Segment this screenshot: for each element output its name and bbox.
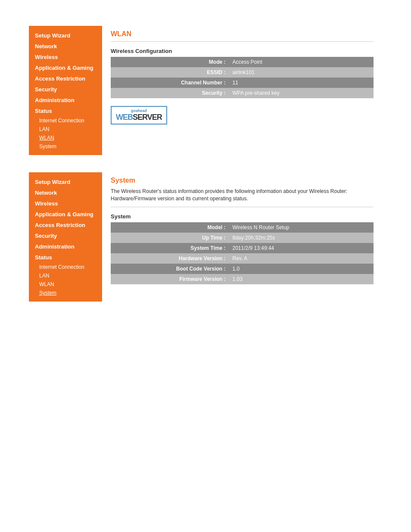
system-description: The Wireless Router's status information… — [111, 188, 374, 202]
table-row: Model : Wireless N Router Setup — [111, 222, 374, 233]
sidebar-item-setup-wizard[interactable]: Setup Wizard — [29, 30, 102, 41]
divider-wlan — [111, 41, 374, 42]
table-row: Hardware Version : Rev. A — [111, 253, 374, 264]
table-value-bootcode: 1.0 — [229, 264, 374, 274]
main-content-wlan: WLAN Wireless Configuration Mode : Acces… — [102, 26, 382, 155]
sidebar2-item-wireless[interactable]: Wireless — [29, 198, 102, 209]
page-title-wlan: WLAN — [111, 30, 374, 38]
table-value-channel: 11 — [229, 78, 374, 88]
wireless-config-table: Mode : Access Point ESSID : airlink101 C… — [111, 57, 374, 98]
sidebar2-item-security[interactable]: Security — [29, 230, 102, 241]
sidebar2-item-access-restriction[interactable]: Access Restriction — [29, 220, 102, 230]
table-label-essid: ESSID : — [111, 67, 229, 78]
table-row: Security : WPA pre-shared key — [111, 88, 374, 98]
table-label-systemtime: System Time : — [111, 243, 229, 253]
sidebar-item-security[interactable]: Security — [29, 84, 102, 95]
table-row: Boot Code Version : 1.0 — [111, 264, 374, 274]
table-value-security: WPA pre-shared key — [229, 88, 374, 98]
sidebar-item-administration[interactable]: Administration — [29, 95, 102, 106]
webserver-logo: goahead WEBSERVER — [111, 106, 167, 124]
table-row: ESSID : airlink101 — [111, 67, 374, 78]
sidebar2-item-app-gaming[interactable]: Application & Gaming — [29, 209, 102, 220]
page-title-system: System — [111, 177, 374, 184]
table-label-security: Security : — [111, 88, 229, 98]
webserver-brand: WEBSERVER — [116, 113, 162, 122]
table-label-bootcode: Boot Code Version : — [111, 264, 229, 274]
table-row: Firmware Version : 1.03 — [111, 274, 374, 284]
table-value-essid: airlink101 — [229, 67, 374, 78]
table-row: System Time : 2011/2/9 13:49:44 — [111, 243, 374, 253]
table-label-channel: Channel Number : — [111, 78, 229, 88]
panel-wlan: Setup Wizard Network Wireless Applicatio… — [29, 26, 382, 155]
sidebar2-sub-lan[interactable]: LAN — [29, 271, 102, 280]
sidebar-item-status: Status — [29, 106, 102, 116]
sidebar-item-app-gaming[interactable]: Application & Gaming — [29, 62, 102, 73]
sidebar2-sub-internet-connection[interactable]: Internet Connection — [29, 263, 102, 271]
sidebar-item-access-restriction[interactable]: Access Restriction — [29, 73, 102, 84]
table-value-firmware: 1.03 — [229, 274, 374, 284]
sidebar-sub-wlan[interactable]: WLAN — [29, 134, 102, 142]
sidebar-item-network[interactable]: Network — [29, 41, 102, 52]
section-label-system: System — [111, 213, 374, 220]
table-label-mode: Mode : — [111, 57, 229, 67]
sidebar-sub-system[interactable]: System — [29, 142, 102, 151]
table-value-uptime: 8day:20h:32m:25s — [229, 233, 374, 243]
web-text: WEB — [116, 113, 133, 121]
table-label-firmware: Firmware Version : — [111, 274, 229, 284]
table-label-model: Model : — [111, 222, 229, 233]
main-content-system: System The Wireless Router's status info… — [102, 172, 382, 302]
table-label-uptime: Up Time : — [111, 233, 229, 243]
server-text: SERVER — [133, 113, 162, 121]
sidebar2-sub-system[interactable]: System — [29, 289, 102, 297]
table-value-hwversion: Rev. A — [229, 253, 374, 264]
panel-system: Setup Wizard Network Wireless Applicatio… — [29, 172, 382, 302]
sidebar-sub-lan[interactable]: LAN — [29, 125, 102, 134]
section-label-wireless-config: Wireless Configuration — [111, 48, 374, 54]
sidebar2-item-setup-wizard[interactable]: Setup Wizard — [29, 177, 102, 187]
sidebar2-sub-wlan[interactable]: WLAN — [29, 280, 102, 289]
table-value-mode: Access Point — [229, 57, 374, 67]
sidebar2-item-status: Status — [29, 252, 102, 263]
table-value-systemtime: 2011/2/9 13:49:44 — [229, 243, 374, 253]
table-row: Channel Number : 11 — [111, 78, 374, 88]
sidebar2-item-administration[interactable]: Administration — [29, 241, 102, 252]
sidebar-item-wireless[interactable]: Wireless — [29, 52, 102, 62]
sidebar-wlan: Setup Wizard Network Wireless Applicatio… — [29, 26, 102, 155]
table-row: Mode : Access Point — [111, 57, 374, 67]
sidebar-system: Setup Wizard Network Wireless Applicatio… — [29, 172, 102, 302]
table-label-hwversion: Hardware Version : — [111, 253, 229, 264]
goahead-text: goahead — [116, 109, 162, 113]
table-value-model: Wireless N Router Setup — [229, 222, 374, 233]
system-info-table: Model : Wireless N Router Setup Up Time … — [111, 222, 374, 284]
sidebar-sub-internet-connection[interactable]: Internet Connection — [29, 116, 102, 125]
divider-system — [111, 207, 374, 207]
sidebar2-item-network[interactable]: Network — [29, 187, 102, 198]
table-row: Up Time : 8day:20h:32m:25s — [111, 233, 374, 243]
